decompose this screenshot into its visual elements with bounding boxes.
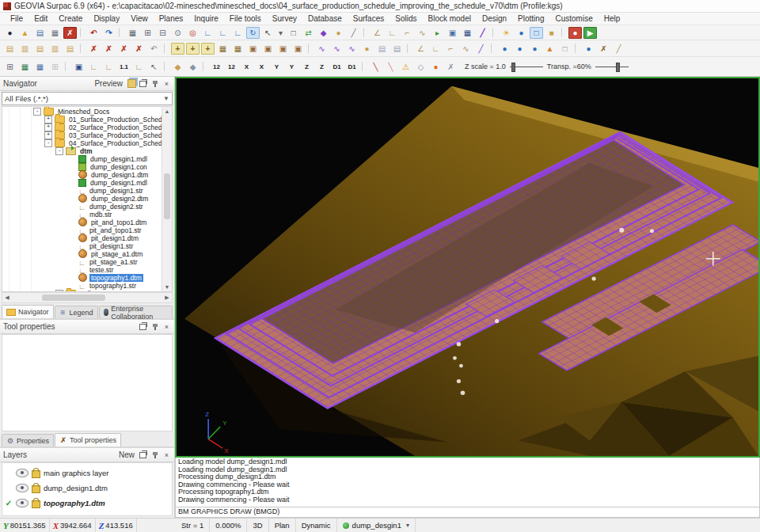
tree-item[interactable]: + mdl [2,290,162,291]
move-view-icon[interactable]: ⇄ [302,27,315,39]
edit-properties-icon[interactable]: ╱ [476,27,489,39]
pin-panel-icon[interactable] [154,81,156,87]
tree-item[interactable]: + 03_Surface_Production_Schedule_Targeti [2,131,162,139]
panel-tab[interactable]: Enterprise Collaboration [99,306,173,318]
close-panel-icon[interactable]: × [162,450,171,459]
open-file-icon[interactable]: ▲ [18,27,32,39]
tree-item[interactable]: dump_design1.dtm [2,171,162,179]
tree-horizontal-scrollbar[interactable]: ◀ ▶ [2,292,173,303]
menu-item[interactable]: Create [53,13,88,24]
menu-item[interactable]: Plotting [512,13,549,24]
hide-z-icon[interactable]: Z [315,61,329,73]
clip-string-icon[interactable]: ▣ [276,43,290,55]
cut-tool-icon[interactable]: ✗ [597,43,610,55]
string-maths-icon[interactable]: ▣ [246,43,260,55]
tree-item[interactable]: pit_and_topo1.str [2,226,162,234]
layer-visibility-icon[interactable] [16,484,28,492]
menu-item[interactable]: Database [302,13,348,24]
new-layer-button[interactable]: New [119,450,135,459]
menu-item[interactable]: View [125,13,154,24]
zoom-window-icon[interactable]: ⊙ [171,27,184,39]
hide-d1-icon[interactable]: D1 [345,61,359,73]
mode-3d-toggle[interactable]: 3D [247,519,268,532]
warning-grade-icon[interactable]: ⚠ [399,61,412,73]
tree-expander[interactable]: - [55,147,63,155]
look-east-icon[interactable]: ∟ [216,27,230,39]
menu-item[interactable]: Inquire [188,13,224,24]
select-by-box-icon[interactable]: □ [287,27,300,39]
dynamic-mode-toggle[interactable]: Dynamic [296,519,337,532]
point-properties-icon[interactable]: ▦ [216,43,230,55]
panel-tab[interactable]: Tool properties [55,433,121,446]
show-z-icon[interactable]: Z [300,61,314,73]
join-strings-icon[interactable]: ▣ [291,43,305,55]
digitise-curve-icon[interactable]: ∿ [416,27,429,39]
string-report-icon[interactable]: ▤ [390,43,404,55]
rotate-data-icon[interactable]: ◆ [317,27,330,39]
menu-item[interactable]: Planes [154,13,189,24]
hide-string-12-icon[interactable]: 12 [225,61,238,73]
redo-icon[interactable]: ↷ [102,27,116,39]
menu-item[interactable]: Survey [267,13,302,24]
close-panel-icon[interactable]: × [162,322,171,331]
close-panel-icon[interactable]: × [162,79,171,88]
tree-vertical-scrollbar[interactable]: ▲ ▼ [162,107,172,291]
centre-view-icon[interactable]: ◎ [186,27,200,39]
contract-view-icon[interactable]: ◆ [186,61,200,73]
render-sphere-icon[interactable]: ● [515,27,528,39]
slider-thumb[interactable] [616,63,620,72]
panel-tab[interactable]: Legend [55,306,98,318]
hide-y-icon[interactable]: Y [285,61,298,73]
delete-segment-icon[interactable]: ✗ [102,43,116,55]
delete-string-icon[interactable]: ✗ [117,43,131,55]
layer-row[interactable]: dump_design1.dtm [2,481,172,496]
tree-expander[interactable]: + [55,290,63,291]
tree-item[interactable]: - 04_Surface_Production_Schedule_Improv [2,139,162,147]
menu-item[interactable]: Block model [423,13,477,24]
wireframe-sphere-icon[interactable]: ◇ [414,61,428,73]
tree-item[interactable]: teste.str [2,266,162,274]
point-number-icon[interactable]: ● [498,43,511,55]
menu-item[interactable]: Customise [549,13,598,24]
close-layout-icon[interactable]: ✗ [63,27,77,39]
tree-item[interactable]: mdb.str [2,211,162,218]
layer-visibility-icon[interactable] [16,499,28,507]
save-file-icon[interactable]: ▤ [33,27,47,39]
tree-item[interactable]: topography1.str [2,282,162,290]
new-window-icon[interactable]: ▣ [446,27,459,39]
pin-panel-icon[interactable] [154,452,156,458]
3d-viewport[interactable]: Z X Y [175,77,760,458]
smooth-segment-icon[interactable]: ∿ [315,43,329,55]
tree-item[interactable]: - Minesched_Docs [2,108,162,116]
look-north-icon[interactable]: ∟ [201,27,215,39]
look-down-icon[interactable]: ∟ [231,27,245,39]
tree-item[interactable]: pit_design1.dtm [2,234,162,242]
active-layer-selector[interactable]: dump_desgin1 ▾ [337,519,416,532]
move-string-icon[interactable]: ▥ [18,43,32,55]
filter-segment-icon[interactable]: ∿ [345,43,359,55]
grid-3d-icon[interactable]: ▦ [33,61,47,73]
distance-tool-icon[interactable]: ∟ [429,43,443,55]
spline-segment-icon[interactable]: ∿ [330,43,344,55]
offset-tool-icon[interactable]: ∿ [459,43,473,55]
triangulate-icon[interactable]: ▲ [543,43,557,55]
boundary-box-icon[interactable]: □ [558,43,572,55]
zoom-data-extents-icon[interactable]: ▦ [126,27,139,39]
layer-lock-icon[interactable] [32,470,40,478]
grid-plan-icon[interactable]: ⊞ [3,61,17,73]
scroll-thumb[interactable] [164,173,170,219]
scroll-up-icon[interactable]: ▲ [162,107,172,116]
clean-string-icon[interactable]: ▣ [261,43,275,55]
file-functions-icon[interactable]: ▤ [375,43,389,55]
grid-section-icon[interactable]: ▦ [18,61,32,73]
scroll-thumb[interactable] [42,294,105,301]
point-coordinate-icon[interactable]: ● [513,43,526,55]
bearing-tool-icon[interactable]: ∠ [414,43,428,55]
point-attributes-icon[interactable]: ● [360,43,374,55]
tree-item[interactable]: dump_design1.con [2,163,162,171]
record-macro-icon[interactable]: ● [568,27,582,39]
tree-expander[interactable]: - [44,139,52,147]
scroll-right-icon[interactable]: ▶ [162,293,172,302]
restore-deleted-icon[interactable]: ↶ [147,43,161,55]
measure-path-icon[interactable]: ╲ [384,61,397,73]
